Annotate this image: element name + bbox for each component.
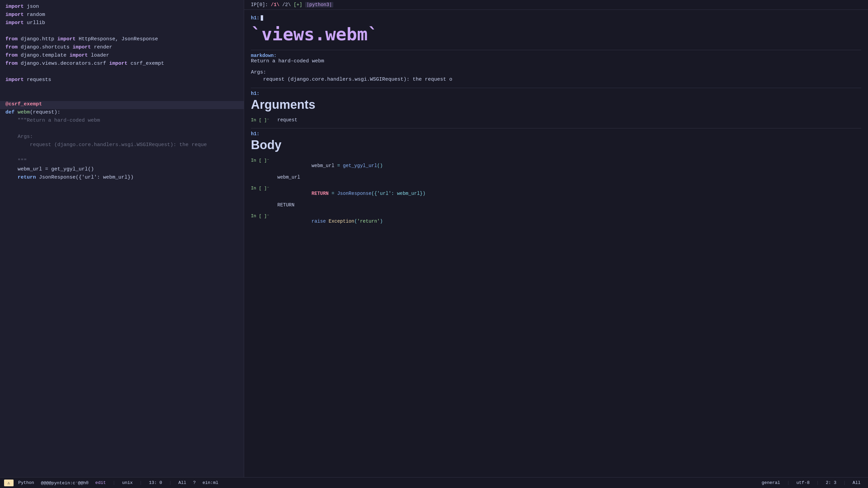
status-macro: ein:ml [199, 480, 222, 485]
status-encoding: utf-8 [793, 480, 813, 485]
code-line: import json [0, 3, 244, 12]
status-right: general | utf-8 | 2: 3 | All [758, 480, 864, 485]
right-header: IP[0]: /1\ /2\ [+] |python3| [244, 0, 868, 10]
status-position: 13: 0 [145, 480, 165, 485]
code-line [0, 207, 244, 215]
h1-label-box: h1: [251, 15, 263, 21]
status-scroll: All [175, 480, 190, 485]
section-arguments: h1: Arguments [251, 91, 861, 112]
docstring: Args: [5, 134, 33, 140]
status-divider6: | [840, 480, 849, 485]
status-scroll2: All [849, 480, 864, 485]
keyword-return: return [18, 175, 36, 180]
cell-input-return: In [ ]⁻ RETURN = JsonResponse({'url': we… [251, 185, 861, 202]
code-line: def webm(request): [0, 109, 244, 117]
code-line: """ [0, 158, 244, 166]
code-line: from django.http import HttpResponse, Js… [0, 36, 244, 44]
code-line-decorator: @csrf_exempt [0, 101, 244, 109]
markdown-section: markdown: Return a hard-coded webm [251, 53, 861, 64]
keyword-def: def [5, 109, 15, 115]
code-line [0, 28, 244, 36]
cell-code-return: RETURN = JsonResponse({'url': webm_url}) [277, 185, 426, 202]
args-label: Args: [251, 69, 861, 75]
h1-tag: h1: [251, 15, 259, 21]
args-request-text: request (django.core.handlers.wsgi.WSGIR… [251, 77, 861, 82]
keyword-import: import [5, 12, 24, 18]
status-divider1: | [109, 480, 119, 485]
keyword-import: import [57, 36, 76, 42]
arguments-heading: Arguments [251, 98, 861, 112]
status-vim-status: @@@@pyntein:c⁻@@h® [38, 480, 92, 486]
cursor [261, 15, 263, 21]
code-line [0, 182, 244, 190]
status-divider4: | [784, 480, 793, 485]
args-section: Args: request (django.core.handlers.wsgi… [251, 69, 861, 82]
decorator: @csrf_exempt [5, 101, 42, 107]
code-line [0, 199, 244, 207]
code-line: """Return a hard-coded webm [0, 117, 244, 125]
status-warning-icon: ⚠ [4, 480, 14, 486]
code-line: Args: [0, 134, 244, 142]
code-line: import random [0, 12, 244, 20]
code-line [0, 125, 244, 134]
status-encoding-section: general [758, 480, 784, 485]
body-heading: Body [251, 138, 861, 152]
keyword-from: from [5, 44, 18, 50]
code-line [0, 68, 244, 77]
cell-raise: In [ ]⁻ raise Exception('return') [251, 213, 861, 229]
status-divider5: | [813, 480, 823, 485]
code-line: from django.views.decorators.csrf import… [0, 60, 244, 68]
cell-code-raise: raise Exception('return') [277, 213, 383, 229]
cell-input-raise: In [ ]⁻ raise Exception('return') [251, 213, 861, 229]
markdown-return-text: Return a hard-coded webm [251, 58, 861, 64]
code-line [0, 150, 244, 158]
in-label-webm: In [ ]⁻ [251, 158, 275, 163]
code-line: from django.template import loader [0, 52, 244, 60]
keyword-import: import [73, 44, 91, 50]
cell-output-webm: webm_url [251, 175, 861, 180]
status-language: Python [15, 480, 38, 485]
cell-input-request: In [ ]⁻ request [251, 117, 861, 123]
code-line [0, 223, 244, 231]
cell-code-webm: webm_url = get_ygyl_url() [277, 158, 383, 174]
cell-request: In [ ]⁻ request [251, 117, 861, 123]
status-mode: edit [92, 480, 109, 485]
views-webm-heading: `views.webm` [251, 24, 861, 44]
status-help-icon[interactable]: ? [190, 480, 199, 485]
code-line: import urllib [0, 20, 244, 28]
section-body: h1: Body [251, 131, 861, 152]
code-line [0, 85, 244, 93]
cell-return: In [ ]⁻ RETURN = JsonResponse({'url': we… [251, 185, 861, 208]
keyword-from: from [5, 36, 18, 42]
code-line: import requests [0, 77, 244, 85]
h1-tag-arguments: h1: [251, 91, 861, 96]
keyword-import: import [5, 77, 24, 83]
in-label: In [ ]⁻ [251, 117, 275, 123]
cell-webm-url: In [ ]⁻ webm_url = get_ygyl_url() webm_u… [251, 158, 861, 180]
code-line [0, 190, 244, 199]
cell-code-request: request [277, 117, 297, 123]
right-pane: IP[0]: /1\ /2\ [+] |python3| h1: `views.… [244, 0, 868, 477]
code-line: request (django.core.handlers.wsgi.WSGIR… [0, 142, 244, 150]
right-content: h1: `views.webm` markdown: Return a hard… [244, 10, 868, 477]
function-name: webm [18, 109, 30, 115]
keyword-import: import [5, 4, 24, 9]
docstring: request (django.core.handlers.wsgi.WSGIR… [5, 142, 207, 148]
code-line: from django.shortcuts import render [0, 44, 244, 52]
section-views-webm: h1: `views.webm` [251, 15, 861, 44]
code-line [0, 215, 244, 223]
code-line [0, 93, 244, 101]
keyword-import: import [5, 20, 24, 26]
status-file-format: unix [119, 480, 136, 485]
main-area: import json import random import urllib … [0, 0, 868, 477]
status-divider3: | [165, 480, 175, 485]
docstring: """Return a hard-coded webm [5, 118, 100, 123]
keyword-import: import [109, 61, 127, 66]
docstring: """ [5, 158, 27, 164]
keyword-import: import [70, 53, 88, 58]
code-line: return JsonResponse({'url': webm_url}) [0, 174, 244, 182]
status-bar: ⚠ Python @@@@pyntein:c⁻@@h® edit | unix … [0, 477, 868, 488]
cell-output-return: RETURN [251, 202, 861, 208]
ip-label: IP[0]: /1\ /2\ [+] |python3| [251, 2, 333, 7]
left-pane: import json import random import urllib … [0, 0, 244, 477]
